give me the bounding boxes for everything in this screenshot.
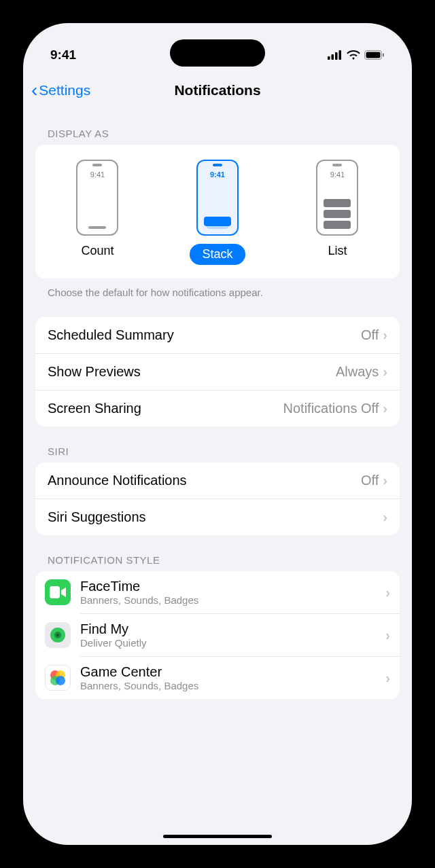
app-row-find-my[interactable]: Find My Deliver Quietly › — [80, 613, 400, 656]
row-value: Notifications Off — [283, 401, 379, 416]
screen: 9:41 ‹ Settings Notifications — [23, 23, 412, 845]
row-value: Always — [336, 364, 379, 380]
display-as-footer: Choose the default for how notifications… — [35, 278, 400, 302]
row-siri-suggestions[interactable]: Siri Suggestions › — [35, 499, 400, 535]
display-option-stack[interactable]: 9:41 Stack — [190, 160, 245, 265]
display-as-card: 9:41 Count 9:41 Stack — [35, 145, 400, 278]
svg-point-10 — [56, 634, 59, 636]
section-header-siri: SIRI — [35, 427, 400, 463]
display-as-options: 9:41 Count 9:41 Stack — [35, 145, 400, 278]
svg-rect-1 — [332, 54, 334, 60]
notification-style-group: FaceTime Banners, Sounds, Badges › Find … — [35, 571, 400, 699]
chevron-left-icon: ‹ — [31, 79, 37, 101]
siri-group: Announce Notifications Off › Siri Sugges… — [35, 463, 400, 535]
status-indicators — [328, 50, 385, 60]
battery-icon — [364, 50, 385, 60]
device-frame: 9:41 ‹ Settings Notifications — [14, 14, 421, 854]
status-time: 9:41 — [50, 48, 76, 62]
chevron-right-icon: › — [383, 327, 387, 343]
svg-rect-2 — [335, 52, 338, 60]
display-option-stack-label: Stack — [190, 244, 245, 265]
svg-rect-0 — [328, 56, 330, 60]
section-header-display-as: DISPLAY AS — [35, 109, 400, 145]
row-screen-sharing[interactable]: Screen Sharing Notifications Off › — [35, 390, 400, 427]
svg-rect-5 — [366, 52, 381, 58]
back-label: Settings — [39, 82, 90, 98]
chevron-right-icon: › — [385, 628, 390, 643]
chevron-right-icon: › — [385, 585, 390, 600]
wifi-icon — [347, 50, 360, 60]
chevron-right-icon: › — [383, 473, 387, 488]
section-header-notification-style: NOTIFICATION STYLE — [35, 535, 400, 571]
chevron-right-icon: › — [383, 509, 387, 525]
app-row-facetime[interactable]: FaceTime Banners, Sounds, Badges › — [35, 571, 400, 613]
row-label: Scheduled Summary — [48, 327, 361, 343]
find-my-icon — [45, 622, 71, 648]
game-center-icon — [45, 665, 71, 691]
app-name: FaceTime — [80, 578, 385, 594]
row-label: Siri Suggestions — [48, 509, 379, 525]
row-value: Off — [361, 327, 379, 343]
app-detail: Banners, Sounds, Badges — [80, 594, 385, 607]
facetime-icon — [45, 579, 71, 605]
row-show-previews[interactable]: Show Previews Always › — [35, 353, 400, 390]
chevron-right-icon: › — [385, 670, 390, 686]
row-label: Show Previews — [48, 364, 336, 380]
row-announce-notifications[interactable]: Announce Notifications Off › — [35, 463, 400, 499]
display-option-list-label: List — [328, 244, 347, 258]
row-value: Off — [361, 473, 379, 488]
app-name: Find My — [80, 621, 385, 637]
row-label: Announce Notifications — [48, 473, 361, 488]
display-option-count-label: Count — [81, 244, 114, 258]
row-scheduled-summary[interactable]: Scheduled Summary Off › — [35, 317, 400, 353]
svg-rect-7 — [50, 586, 60, 598]
display-option-list[interactable]: 9:41 List — [316, 160, 358, 265]
svg-rect-6 — [383, 54, 384, 57]
content-scroll[interactable]: DISPLAY AS 9:41 Count 9:4 — [23, 109, 412, 845]
cellular-icon — [328, 50, 343, 60]
settings-group: Scheduled Summary Off › Show Previews Al… — [35, 317, 400, 427]
app-row-game-center[interactable]: Game Center Banners, Sounds, Badges › — [80, 656, 400, 699]
svg-rect-3 — [339, 50, 342, 60]
dynamic-island — [170, 39, 265, 67]
mini-phone-stack: 9:41 — [196, 160, 239, 236]
app-name: Game Center — [80, 664, 385, 680]
app-detail: Banners, Sounds, Badges — [80, 680, 385, 692]
display-option-count[interactable]: 9:41 Count — [76, 160, 118, 265]
home-indicator[interactable] — [163, 835, 272, 838]
nav-bar: ‹ Settings Notifications — [23, 72, 412, 109]
mini-phone-list: 9:41 — [316, 160, 358, 236]
svg-point-14 — [56, 676, 65, 685]
back-button[interactable]: ‹ Settings — [23, 79, 90, 101]
mini-phone-count: 9:41 — [76, 160, 118, 236]
app-detail: Deliver Quietly — [80, 637, 385, 649]
chevron-right-icon: › — [383, 364, 387, 380]
row-label: Screen Sharing — [48, 401, 283, 416]
chevron-right-icon: › — [383, 401, 387, 416]
